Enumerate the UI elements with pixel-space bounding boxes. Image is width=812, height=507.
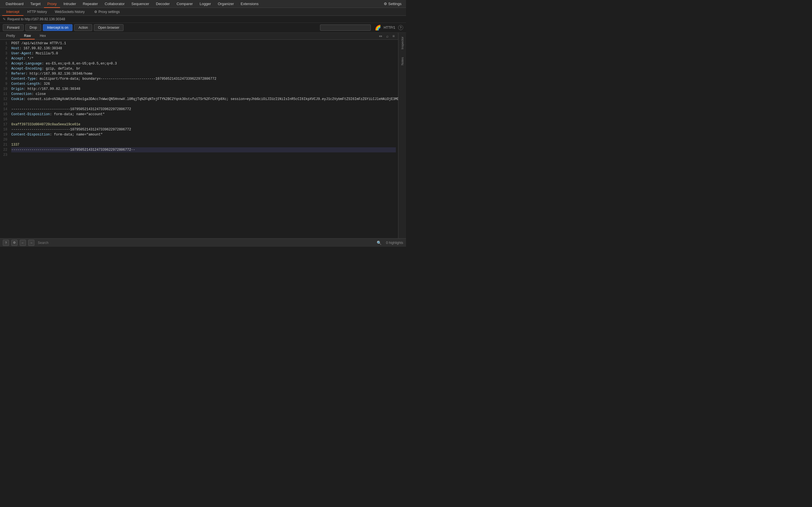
right-sidebar: Inspector Notes (398, 33, 406, 238)
nav-proxy[interactable]: Proxy (44, 0, 60, 8)
help-icon[interactable]: ? (398, 25, 403, 30)
nav-intruder[interactable]: Intruder (60, 0, 80, 8)
nav-comparer[interactable]: Comparer (173, 0, 196, 8)
status-bar-left: ? ⚙ ← → (3, 240, 35, 246)
code-content: POST /api/withdraw HTTP/1.1Host: 167.99.… (9, 40, 398, 238)
table-row: Cookie: connect.sid=s%3AgXoWtXe54bo1ga3D… (11, 97, 396, 102)
highlights-count: 0 highlights (386, 241, 403, 245)
table-row: 0xaff397333d0040720c0aa5eea19ce61e (11, 122, 396, 127)
nav-extensions[interactable]: Extensions (238, 0, 262, 8)
nav-logger[interactable]: Logger (196, 0, 214, 8)
back-btn[interactable]: ← (20, 240, 26, 246)
table-row: Content-Disposition: form-data; name="am… (11, 132, 396, 137)
table-row: Accept: */* (11, 56, 396, 61)
table-row (11, 152, 396, 158)
toolbar-search[interactable] (320, 24, 371, 31)
forward-nav-btn[interactable]: → (28, 240, 35, 246)
open-browser-button[interactable]: Open browser (94, 24, 123, 31)
editor-pane: Pretty Raw Hex ⇔ ⌕ ≡ 1234567891011121314… (0, 33, 398, 238)
table-row: POST /api/withdraw HTTP/1.1 (11, 41, 396, 46)
tab-hex[interactable]: Hex (36, 33, 50, 40)
notes-panel[interactable]: Notes (400, 55, 405, 67)
content-area: Pretty Raw Hex ⇔ ⌕ ≡ 1234567891011121314… (0, 33, 406, 238)
settings-status-btn[interactable]: ⚙ (11, 240, 17, 246)
http-version: HTTP/1 (384, 25, 395, 30)
table-row: -----------------------------10795052143… (11, 107, 396, 112)
table-row: Connection: close (11, 92, 396, 97)
table-row (11, 102, 396, 107)
code-view[interactable]: 1234567891011121314151617181920212223 PO… (0, 40, 398, 238)
help-status-btn[interactable]: ? (3, 240, 9, 246)
table-row: 1337 (11, 142, 396, 147)
nav-sequencer[interactable]: Sequencer (128, 0, 153, 8)
table-row (11, 137, 396, 142)
settings-button[interactable]: ⚙ Settings (382, 2, 404, 6)
nav-target[interactable]: Target (27, 0, 44, 8)
status-bar: ? ⚙ ← → 🔍 0 highlights (0, 238, 406, 247)
edit-icon: ✎ (3, 17, 6, 21)
wrap-icon[interactable]: ⇔ (378, 33, 384, 39)
request-url: Request to http://167.99.82.136:30348 (7, 17, 65, 21)
nav-collaborator[interactable]: Collaborator (101, 0, 128, 8)
search-bar-icon[interactable]: 🔍 (377, 240, 382, 245)
search-bar-input[interactable] (37, 241, 374, 245)
intercept-button[interactable]: Intercept is on (43, 24, 72, 31)
menu-icon[interactable]: ≡ (391, 33, 396, 39)
drop-button[interactable]: Drop (26, 24, 41, 31)
editor-tools: ⇔ ⌕ ≡ (378, 33, 396, 39)
table-row: Content-Length: 326 (11, 81, 396, 87)
nav-dashboard[interactable]: Dashboard (2, 0, 27, 8)
table-row: Accept-Encoding: gzip, deflate, br (11, 66, 396, 71)
table-row: Host: 167.99.82.136:30348 (11, 46, 396, 51)
gear-icon: ⚙ (384, 2, 387, 6)
tab-http-history[interactable]: HTTP history (23, 8, 51, 16)
burp-logo: 🌈 (375, 24, 381, 31)
editor-tabs: Pretty Raw Hex ⇔ ⌕ ≡ (0, 33, 398, 40)
tab-intercept[interactable]: Intercept (2, 8, 23, 16)
gear-icon-proxy: ⚙ (94, 10, 97, 14)
table-row (11, 117, 396, 122)
toolbar: Forward Drop Intercept is on Action Open… (0, 23, 406, 33)
table-row: Content-Disposition: form-data; name="ac… (11, 112, 396, 117)
request-bar: ✎ Request to http://167.99.82.136:30348 (0, 16, 406, 23)
table-row: -----------------------------10795052143… (11, 127, 396, 132)
line-numbers: 1234567891011121314151617181920212223 (0, 40, 9, 238)
tab-websockets-history[interactable]: WebSockets history (51, 8, 89, 16)
tab-pretty[interactable]: Pretty (2, 33, 19, 40)
table-row: -----------------------------10795052143… (11, 147, 396, 152)
table-row: User-Agent: Mozilla/5.0 (11, 51, 396, 56)
proxy-settings-tab[interactable]: ⚙ Proxy settings (91, 8, 123, 16)
search-tool-icon[interactable]: ⌕ (385, 33, 390, 39)
forward-button[interactable]: Forward (3, 24, 24, 31)
inspector-panel[interactable]: Inspector (400, 35, 405, 51)
top-nav: Dashboard Target Proxy Intruder Repeater… (0, 0, 406, 8)
nav-repeater[interactable]: Repeater (80, 0, 101, 8)
table-row: Origin: http://167.99.82.136:30348 (11, 87, 396, 92)
table-row: Referer: http://167.99.82.136:30348/home (11, 71, 396, 76)
tab-raw[interactable]: Raw (20, 33, 35, 40)
nav-organizer[interactable]: Organizer (214, 0, 237, 8)
table-row: Accept-Language: es-ES,es;q=0.8,en-US;q=… (11, 61, 396, 66)
nav-decoder[interactable]: Decoder (153, 0, 173, 8)
action-button[interactable]: Action (74, 24, 92, 31)
table-row: Content-Type: multipart/form-data; bound… (11, 76, 396, 81)
sub-tabs: Intercept HTTP history WebSockets histor… (0, 8, 406, 16)
